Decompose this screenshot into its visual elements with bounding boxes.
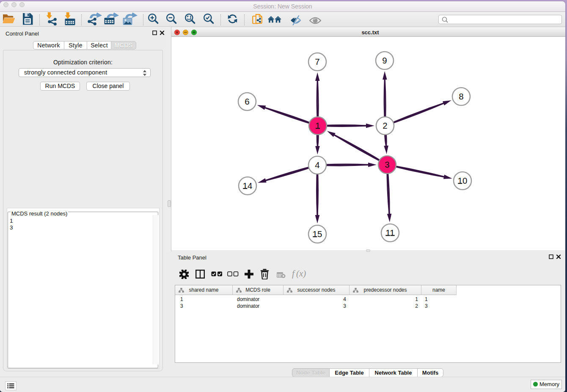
svg-text:14: 14 (243, 181, 253, 190)
svg-text:9: 9 (382, 55, 387, 65)
svg-text:11: 11 (385, 228, 394, 237)
svg-text:1: 1 (315, 121, 320, 130)
svg-text:6: 6 (245, 97, 249, 106)
svg-text:8: 8 (459, 91, 463, 101)
svg-text:7: 7 (315, 57, 319, 66)
svg-text:15: 15 (313, 229, 322, 239)
svg-text:4: 4 (315, 160, 319, 170)
svg-text:10: 10 (458, 176, 468, 185)
svg-text:3: 3 (385, 160, 389, 169)
svg-text:2: 2 (383, 121, 387, 130)
